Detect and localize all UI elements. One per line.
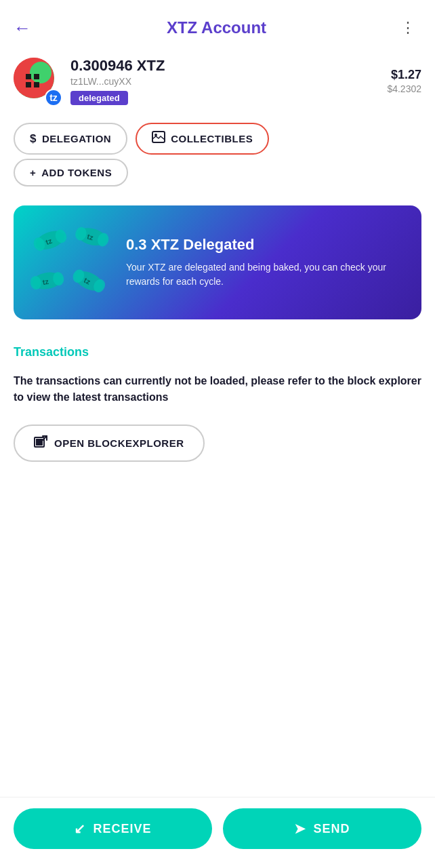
- dollar-icon: $: [30, 132, 37, 146]
- open-blockexplorer-button[interactable]: OPEN BLOCKEXPLORER: [14, 425, 205, 462]
- collectibles-label: COLLECTIBLES: [171, 133, 253, 144]
- transactions-section: Transactions The transactions can curren…: [0, 332, 435, 469]
- banner-title: 0.3 XTZ Delegated: [126, 236, 405, 254]
- svg-rect-2: [26, 74, 31, 79]
- send-label: SEND: [313, 822, 350, 836]
- explorer-icon: [34, 435, 47, 451]
- account-info: tz 0.300946 XTZ tz1LW...cuyXX delegated …: [0, 50, 435, 116]
- delegation-label: DELEGATION: [42, 133, 111, 144]
- more-options-button[interactable]: ⋮: [395, 16, 421, 39]
- send-icon: ➤: [294, 821, 306, 837]
- banner-text: 0.3 XTZ Delegated Your XTZ are delegated…: [126, 236, 405, 289]
- open-blockexplorer-label: OPEN BLOCKEXPLORER: [54, 437, 184, 449]
- croissant-illustration: tz tz tz tz: [30, 222, 112, 303]
- receive-button[interactable]: ↙ RECEIVE: [14, 808, 212, 849]
- transactions-error: The transactions can currently not be lo…: [14, 373, 421, 406]
- fiat-rate: $4.2302: [387, 83, 421, 94]
- account-details: 0.300946 XTZ tz1LW...cuyXX delegated: [70, 57, 387, 105]
- svg-rect-3: [34, 74, 39, 79]
- collectibles-icon: [152, 131, 165, 146]
- bottom-bar: ↙ RECEIVE ➤ SEND: [0, 797, 435, 868]
- delegation-banner: tz tz tz tz: [14, 205, 421, 319]
- receive-icon: ↙: [74, 821, 86, 837]
- receive-label: RECEIVE: [93, 822, 151, 836]
- send-button[interactable]: ➤ SEND: [223, 808, 421, 849]
- transactions-label: Transactions: [14, 345, 421, 359]
- add-tokens-button[interactable]: + ADD TOKENS: [14, 159, 128, 186]
- collectibles-button[interactable]: COLLECTIBLES: [136, 123, 269, 155]
- avatar: tz: [14, 58, 61, 105]
- plus-icon: +: [30, 167, 36, 178]
- account-address: tz1LW...cuyXX: [70, 76, 387, 87]
- header: ← XTZ Account ⋮: [0, 0, 435, 50]
- svg-point-1: [30, 62, 51, 83]
- svg-rect-5: [34, 82, 39, 87]
- action-buttons: $ DELEGATION COLLECTIBLES: [0, 116, 435, 159]
- account-fiat: $1.27 $4.2302: [387, 68, 421, 94]
- back-button[interactable]: ←: [14, 18, 31, 39]
- tezos-badge: tz: [45, 89, 62, 106]
- page-title: XTZ Account: [38, 18, 395, 37]
- add-tokens-label: ADD TOKENS: [41, 167, 112, 178]
- delegation-button[interactable]: $ DELEGATION: [14, 123, 127, 155]
- account-balance: 0.300946 XTZ: [70, 57, 387, 75]
- svg-rect-25: [36, 439, 43, 446]
- banner-illustration: tz tz tz tz: [27, 222, 115, 303]
- svg-rect-4: [26, 82, 31, 87]
- banner-description: Your XTZ are delegated and being baked, …: [126, 260, 405, 289]
- delegated-badge: delegated: [70, 91, 128, 105]
- fiat-usd-value: $1.27: [387, 68, 421, 82]
